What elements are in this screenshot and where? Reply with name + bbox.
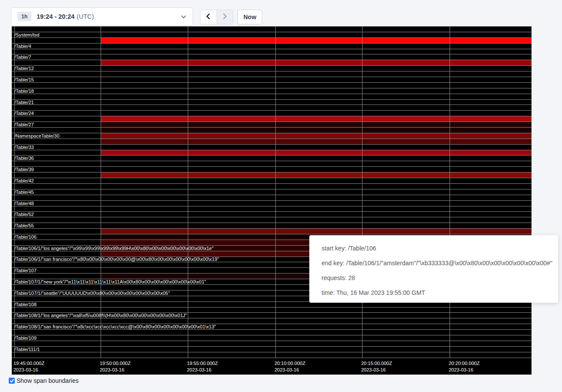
- span-row-0[interactable]: [12, 27, 532, 32]
- time-range-selector[interactable]: 1h 19:24 - 20:24 (UTC): [11, 7, 193, 26]
- span-key-label: /Table/106/1/"los angeles"/"\x99\x99\x99…: [14, 246, 213, 250]
- span-row-51[interactable]: /Table/108/1/"los angeles"/"\xa8\xf5\u00…: [12, 313, 532, 318]
- span-row-31[interactable]: /Table/48: [12, 201, 532, 206]
- span-row-12[interactable]: [12, 94, 532, 100]
- span-row-16[interactable]: [12, 116, 532, 122]
- tooltip-time: time: Thu, 16 Mar 2023 19:55:00 GMT: [322, 285, 546, 300]
- span-row-56[interactable]: [12, 341, 532, 347]
- span-key-label: /Table/107: [14, 268, 37, 273]
- span-row-11[interactable]: /Table/18: [12, 88, 532, 94]
- span-row-53[interactable]: /Table/108/1/"san francisco"/"\x8c\xcc\x…: [12, 324, 532, 330]
- checkmark-icon: [10, 377, 14, 385]
- span-key-label: /System/tsd: [14, 32, 39, 37]
- span-row-10[interactable]: [12, 83, 532, 88]
- span-key-label: /Table/108/1/"los angeles"/"\xa8\xf5\u00…: [14, 313, 187, 318]
- span-key-label: /Table/39: [14, 167, 34, 172]
- span-row-15[interactable]: /Table/24: [12, 111, 532, 116]
- span-row-17[interactable]: /Table/27: [12, 122, 532, 128]
- axis-tick-label: 19:50:00.000Z2023-03-16: [100, 360, 131, 373]
- show-span-boundaries-checkbox[interactable]: [9, 378, 15, 384]
- now-button[interactable]: Now: [237, 10, 262, 24]
- axis-tick-label: 20:15:00.000Z2023-03-16: [361, 360, 392, 373]
- activity-stripe: [101, 139, 532, 144]
- chevron-down-icon: [181, 15, 186, 19]
- time-gridline: [275, 26, 276, 358]
- span-row-34[interactable]: [12, 217, 532, 223]
- span-row-19[interactable]: /NamespaceTable/30: [12, 133, 532, 139]
- span-row-58[interactable]: [12, 352, 532, 358]
- span-row-6[interactable]: [12, 60, 532, 66]
- span-key-label: /Table/52: [14, 212, 34, 217]
- span-row-4[interactable]: [12, 49, 532, 55]
- span-row-54[interactable]: [12, 330, 532, 335]
- span-row-25[interactable]: /Table/39: [12, 167, 532, 172]
- span-row-24[interactable]: [12, 161, 532, 167]
- span-row-57[interactable]: /Table/111/1: [12, 347, 532, 352]
- span-row-28[interactable]: [12, 184, 532, 189]
- span-key-label: /Table/18: [14, 88, 34, 93]
- span-row-21[interactable]: /Table/33: [12, 145, 532, 150]
- tooltip-start-key: start key: /Table/106: [322, 241, 546, 256]
- span-key-label: /Table/12: [14, 66, 34, 71]
- span-key-label: /Table/15: [14, 77, 34, 82]
- span-key-label: /Table/107/1/"new york"/"\x11\x11\x11\x1…: [14, 280, 206, 284]
- span-row-14[interactable]: [12, 105, 532, 111]
- time-gridline: [450, 26, 450, 358]
- span-row-5[interactable]: /Table/7: [12, 54, 532, 60]
- next-interval-button[interactable]: [217, 10, 233, 24]
- show-span-boundaries-label: Show span boundaries: [17, 377, 78, 384]
- span-row-32[interactable]: [12, 206, 532, 212]
- span-row-9[interactable]: /Table/15: [12, 77, 532, 83]
- axis-tick-label: 19:45:00.000Z2023-03-16: [14, 360, 44, 373]
- span-key-label: /Table/4: [14, 44, 31, 48]
- axis-tick-label: 20:10:00.000Z2023-03-16: [274, 360, 305, 373]
- activity-stripe: [101, 229, 532, 234]
- chevron-left-icon: [206, 13, 211, 21]
- time-nav-group: [200, 10, 233, 24]
- span-row-2[interactable]: [12, 38, 532, 44]
- span-row-27[interactable]: /Table/42: [12, 178, 532, 184]
- span-key-label: /Table/107/1/"seattle"/"UUUUUUD\x00\x80\…: [14, 291, 170, 295]
- span-key-label: /NamespaceTable/30: [14, 133, 59, 138]
- span-key-label: /Table/109: [14, 335, 37, 340]
- span-key-label: /Table/108/1/"san francisco"/"\x8c\xcc\x…: [14, 324, 216, 329]
- span-row-50[interactable]: [12, 308, 532, 313]
- time-gridline: [362, 26, 362, 358]
- activity-stripe: [101, 128, 532, 133]
- activity-stripe: [101, 150, 532, 155]
- span-row-7[interactable]: /Table/12: [12, 66, 532, 71]
- span-key-label: /Table/7: [14, 55, 31, 60]
- span-key-label: /Table/55: [14, 223, 34, 228]
- span-key-label: /Table/106: [14, 234, 37, 239]
- span-row-20[interactable]: [12, 139, 532, 145]
- show-span-boundaries-control[interactable]: Show span boundaries: [9, 377, 78, 384]
- span-row-18[interactable]: [12, 128, 532, 133]
- span-row-3[interactable]: /Table/4: [12, 44, 532, 49]
- span-row-13[interactable]: /Table/21: [12, 100, 532, 105]
- span-row-35[interactable]: /Table/55: [12, 223, 532, 229]
- key-visualizer-heatmap[interactable]: /System/tsd/Table/4/Table/7/Table/12/Tab…: [12, 26, 532, 375]
- previous-interval-button[interactable]: [200, 10, 217, 24]
- span-row-36[interactable]: [12, 229, 532, 234]
- timezone-label: (UTC): [77, 13, 94, 20]
- span-key-label: /Table/48: [14, 201, 34, 206]
- span-key-label: /Table/24: [14, 111, 34, 116]
- span-row-26[interactable]: [12, 172, 532, 178]
- axis-tick-label: 19:55:00.000Z2023-03-16: [187, 360, 218, 373]
- span-key-label: /Table/42: [14, 178, 34, 183]
- span-row-8[interactable]: [12, 71, 532, 77]
- activity-stripe: [101, 116, 532, 122]
- span-key-label: /Table/27: [14, 122, 34, 127]
- span-row-55[interactable]: /Table/109: [12, 335, 532, 341]
- activity-stripe: [101, 60, 532, 65]
- span-row-22[interactable]: [12, 150, 532, 156]
- activity-stripe: [101, 122, 532, 127]
- span-row-52[interactable]: [12, 318, 532, 324]
- span-key-label: /Table/21: [14, 100, 34, 105]
- span-row-29[interactable]: /Table/45: [12, 189, 532, 195]
- span-row-1[interactable]: /System/tsd: [12, 32, 532, 38]
- span-row-30[interactable]: [12, 195, 532, 201]
- span-key-label: /Table/111/1: [14, 347, 40, 351]
- span-row-33[interactable]: /Table/52: [12, 212, 532, 217]
- span-row-23[interactable]: /Table/36: [12, 155, 532, 161]
